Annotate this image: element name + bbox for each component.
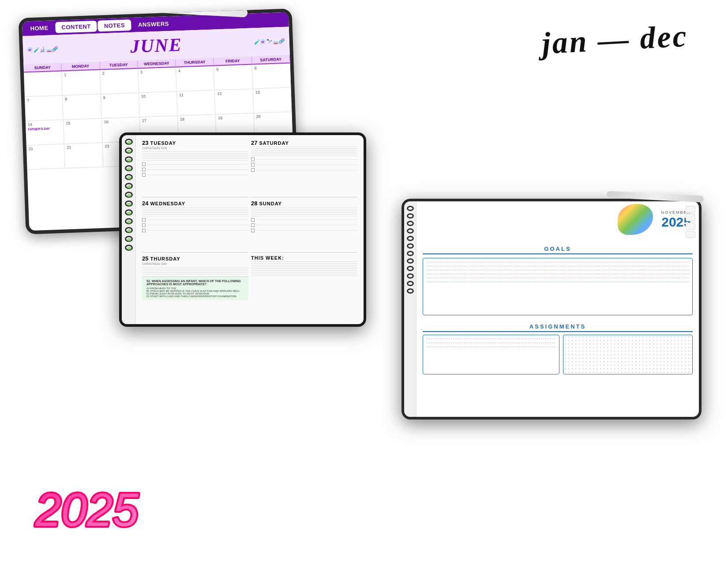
cal-cell: 7 bbox=[25, 96, 64, 121]
planner-ring bbox=[407, 228, 414, 234]
planner-ring bbox=[407, 221, 414, 226]
cal-cell: 12 bbox=[215, 89, 254, 115]
spiral-ring bbox=[125, 139, 133, 145]
left-decoration: ⚗️🧪🔬🧫🧬 bbox=[27, 44, 126, 53]
side-tab bbox=[686, 214, 695, 221]
spiral-ring bbox=[125, 183, 133, 189]
planner-ring bbox=[407, 251, 414, 256]
day-name-fri: FRIDAY bbox=[214, 57, 252, 65]
day-num-25: 25 bbox=[142, 255, 148, 262]
day-num-27: 27 bbox=[251, 140, 257, 146]
spiral-ring bbox=[125, 200, 133, 207]
side-tab bbox=[686, 231, 695, 238]
cal-cell: 2 bbox=[100, 69, 139, 94]
cal-cell: 13 bbox=[253, 88, 292, 113]
checkbox-area-24 bbox=[142, 218, 248, 232]
year-2025-svg: 2025 2025 bbox=[31, 477, 146, 535]
cal-cell: 10 bbox=[139, 92, 178, 117]
spiral-binding bbox=[122, 135, 136, 324]
assignments-content bbox=[423, 335, 693, 374]
cal-cell: 5 bbox=[214, 65, 253, 91]
assignments-dot-box bbox=[563, 335, 693, 374]
quiz-option-d: D) START WITH LUND AND THEN CARDIORESPIR… bbox=[146, 295, 244, 298]
day-lines-23 bbox=[142, 151, 248, 161]
cal-cell bbox=[24, 72, 63, 97]
day-sub-23: CHRISTMAS EVE bbox=[142, 147, 248, 150]
checkbox-area-23 bbox=[142, 162, 248, 177]
planner-header: NOVEMBER 2025 bbox=[423, 206, 693, 241]
tablet-3-screen: NOVEMBER 2025 GOALS bbox=[404, 201, 699, 417]
cal-cell: 9 bbox=[101, 93, 139, 119]
day-lines-25 bbox=[142, 267, 248, 275]
spiral-ring bbox=[125, 156, 133, 162]
cal-cell: 11 bbox=[177, 91, 216, 116]
checkbox-area-28 bbox=[251, 218, 357, 232]
day-name-mon: MONDAY bbox=[62, 62, 100, 71]
planner-ring bbox=[407, 243, 414, 249]
planner-spiral-binding bbox=[404, 201, 417, 417]
quiz-section: 52. WHEN ASSESSING AN INFANT, WHICH OF T… bbox=[142, 276, 248, 300]
day-name-27: SATURDAY bbox=[259, 140, 289, 146]
tab-content[interactable]: CONTENT bbox=[55, 21, 97, 33]
cal-cell: 22 bbox=[64, 143, 103, 168]
cal-cell: 4 bbox=[176, 66, 215, 92]
cal-cell: 14FATHER'S DAY bbox=[26, 120, 64, 146]
day-name-24: WEDNESDAY bbox=[150, 201, 185, 206]
assignments-section: ASSIGNMENTS bbox=[423, 323, 693, 374]
spiral-ring bbox=[125, 209, 133, 215]
assignments-title: ASSIGNMENTS bbox=[423, 323, 693, 332]
day-lines-27 bbox=[251, 147, 357, 156]
goals-lines bbox=[423, 258, 692, 286]
spiral-ring bbox=[125, 236, 133, 242]
notebook-content: 23 TUESDAY CHRISTMAS EVE bbox=[136, 135, 364, 324]
right-decoration: 🧪⚗️🔭🧫🧬 bbox=[187, 38, 285, 47]
planner-ring bbox=[407, 213, 414, 219]
spiral-ring bbox=[125, 227, 133, 233]
day-num-28: 28 bbox=[251, 200, 257, 207]
day-name-thu: THURSDAY bbox=[176, 58, 214, 67]
tablet-monthly-planner: NOVEMBER 2025 GOALS bbox=[402, 199, 702, 419]
year-logo-container: 2025 2025 bbox=[31, 477, 146, 537]
day-lines-28 bbox=[251, 207, 357, 216]
spiral-ring bbox=[125, 165, 133, 171]
day-num-24: 24 bbox=[142, 200, 148, 207]
planner-ring bbox=[407, 266, 414, 271]
cal-cell: 8 bbox=[63, 94, 101, 120]
tab-notes[interactable]: NOTES bbox=[98, 19, 131, 32]
day-block-25: 25 THURSDAY CHRISTMAS DAY 52. WHEN ASSES… bbox=[142, 255, 248, 320]
day-sub-25: CHRISTMAS DAY bbox=[142, 262, 248, 265]
day-name-28: SUNDAY bbox=[259, 201, 281, 206]
spiral-ring bbox=[125, 174, 133, 180]
planner-ring bbox=[407, 258, 414, 264]
tablet-2-screen: 23 TUESDAY CHRISTMAS EVE bbox=[122, 135, 364, 324]
assignments-box-1 bbox=[423, 335, 559, 374]
spiral-ring bbox=[125, 218, 133, 224]
tab-answers[interactable]: ANSWERS bbox=[132, 18, 176, 30]
day-block-23: 23 TUESDAY CHRISTMAS EVE bbox=[142, 140, 248, 197]
tablet-weekly: 23 TUESDAY CHRISTMAS EVE bbox=[119, 132, 366, 327]
goals-title: GOALS bbox=[423, 246, 693, 254]
quiz-question: 52. WHEN ASSESSING AN INFANT, WHICH OF T… bbox=[146, 280, 244, 286]
planner-ring bbox=[407, 206, 414, 211]
svg-text:2025: 2025 bbox=[35, 484, 139, 535]
tab-home[interactable]: HOME bbox=[24, 22, 55, 34]
day-name-sun: SUNDAY bbox=[23, 64, 62, 72]
planner-ring bbox=[407, 273, 414, 279]
planner-ring bbox=[407, 236, 414, 241]
this-week-label: THIS WEEK: bbox=[251, 255, 284, 261]
day-name-25: THURSDAY bbox=[150, 256, 180, 261]
side-tab bbox=[686, 206, 695, 213]
this-week-block: THIS WEEK: bbox=[251, 255, 357, 320]
cal-cell: 21 bbox=[26, 144, 65, 170]
spiral-ring bbox=[125, 147, 133, 154]
color-blob-decoration bbox=[618, 204, 653, 235]
day-block-27: 27 SATURDAY bbox=[251, 140, 357, 197]
day-lines-24 bbox=[142, 207, 248, 216]
day-block-24: 24 WEDNESDAY bbox=[142, 200, 248, 253]
day-name-sat: SATURDAY bbox=[252, 56, 290, 64]
planner-ring bbox=[407, 288, 414, 294]
cal-cell: 15 bbox=[64, 119, 102, 144]
spiral-ring bbox=[125, 192, 133, 198]
month-title: JUNE bbox=[130, 34, 182, 57]
week-grid: 23 TUESDAY CHRISTMAS EVE bbox=[142, 140, 357, 320]
